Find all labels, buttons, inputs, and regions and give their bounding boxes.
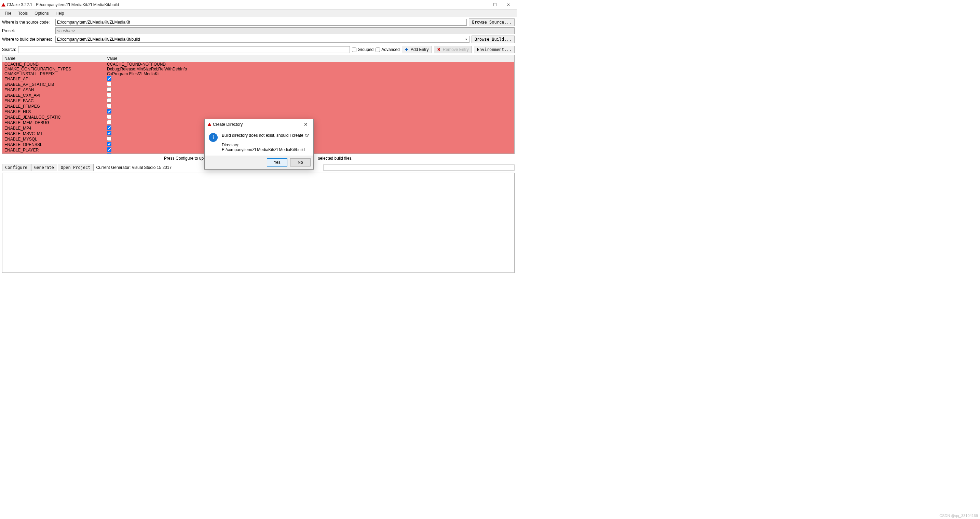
maximize-button[interactable]: ☐ [488, 1, 502, 9]
search-input[interactable] [18, 46, 350, 53]
table-row[interactable]: ENABLE_API_STATIC_LIB [2, 82, 514, 87]
configure-button[interactable]: Configure [2, 164, 30, 171]
build-combo-arrow[interactable]: ▾ [463, 36, 469, 43]
cache-var-name[interactable]: ENABLE_OPENSSL [2, 142, 105, 147]
minimize-button[interactable]: – [474, 1, 488, 9]
cache-var-name[interactable]: ENABLE_PLAYER [2, 147, 105, 153]
source-label: Where is the source code: [2, 20, 53, 25]
browse-build-button[interactable]: Browse Build... [471, 35, 515, 43]
grouped-checkbox[interactable]: Grouped [352, 47, 374, 52]
cache-var-name[interactable]: ENABLE_RTPPROXY [2, 153, 105, 154]
create-directory-dialog: Create Directory ✕ i Build directory doe… [204, 119, 314, 169]
preset-input[interactable] [56, 27, 515, 34]
dialog-no-button[interactable]: No [290, 158, 310, 166]
cache-var-name[interactable]: CCACHE_FOUND [2, 62, 105, 67]
cache-bool-checkbox[interactable] [107, 120, 111, 125]
cache-var-name[interactable]: ENABLE_FFMPEG [2, 104, 105, 109]
cache-var-name[interactable]: ENABLE_HLS [2, 109, 105, 115]
cache-var-value[interactable]: Debug;Release;MinSizeRel;RelWithDebInfo [105, 67, 514, 72]
add-entry-button[interactable]: ✚ Add Entry [402, 46, 432, 53]
cache-var-name[interactable]: ENABLE_MP4 [2, 126, 105, 131]
table-row[interactable]: ENABLE_ASAN [2, 87, 514, 93]
cache-var-value[interactable] [105, 76, 514, 82]
cache-var-name[interactable]: CMAKE_INSTALL_PREFIX [2, 72, 105, 76]
table-row[interactable]: CCACHE_FOUNDCCACHE_FOUND-NOTFOUND [2, 62, 514, 67]
menu-options[interactable]: Options [31, 10, 52, 16]
menu-tools[interactable]: Tools [15, 10, 31, 16]
cache-var-name[interactable]: ENABLE_MYSQL [2, 136, 105, 142]
dialog-icon [207, 123, 212, 126]
preset-label: Preset: [2, 29, 53, 33]
close-button[interactable]: ✕ [502, 1, 515, 9]
cache-var-value[interactable] [105, 98, 514, 104]
cache-bool-checkbox[interactable] [107, 153, 111, 154]
cache-bool-checkbox[interactable] [107, 126, 111, 130]
search-label: Search: [2, 47, 16, 52]
log-output[interactable] [2, 172, 515, 273]
table-row[interactable]: ENABLE_CXX_API [2, 93, 514, 98]
cache-bool-checkbox[interactable] [107, 87, 111, 92]
cache-var-value[interactable] [105, 87, 514, 93]
source-input[interactable] [56, 19, 467, 26]
table-row[interactable]: ENABLE_FFMPEG [2, 104, 514, 109]
info-icon: i [209, 133, 218, 142]
table-row[interactable]: ENABLE_API [2, 76, 514, 82]
cache-bool-checkbox[interactable] [107, 115, 111, 119]
cache-var-value[interactable] [105, 82, 514, 87]
menu-file[interactable]: File [2, 10, 15, 16]
generate-button[interactable]: Generate [31, 164, 57, 171]
cache-bool-checkbox[interactable] [107, 147, 111, 152]
cache-bool-checkbox[interactable] [107, 104, 111, 108]
cache-bool-checkbox[interactable] [107, 136, 111, 141]
cache-bool-checkbox[interactable] [107, 131, 111, 136]
cache-var-name[interactable]: ENABLE_MSVC_MT [2, 131, 105, 136]
menubar: File Tools Options Help [0, 10, 517, 17]
environment-button[interactable]: Environment... [474, 46, 515, 53]
dialog-message-2: Directory: E:/companyitem/ZLMediaKit/ZLM… [222, 142, 309, 152]
cache-var-value[interactable]: CCACHE_FOUND-NOTFOUND [105, 62, 514, 67]
dialog-close-button[interactable]: ✕ [301, 121, 310, 128]
cache-var-value[interactable] [105, 104, 514, 109]
remove-entry-button: ✖ Remove Entry [434, 46, 472, 53]
titlebar[interactable]: CMake 3.22.1 - E:/companyitem/ZLMediaKit… [0, 0, 517, 10]
menu-help[interactable]: Help [52, 10, 68, 16]
cache-var-name[interactable]: ENABLE_JEMALLOC_STATIC [2, 115, 105, 120]
dialog-message-1: Build directory does not exist, should I… [222, 133, 309, 138]
cache-bool-checkbox[interactable] [107, 93, 111, 97]
dialog-yes-button[interactable]: Yes [267, 158, 287, 166]
build-label: Where to build the binaries: [2, 37, 53, 42]
advanced-checkbox[interactable]: Advanced [375, 47, 399, 52]
cache-var-value[interactable]: C:/Program Files/ZLMediaKit [105, 72, 514, 76]
col-name-header[interactable]: Name [2, 55, 105, 62]
cache-var-name[interactable]: ENABLE_FAAC [2, 98, 105, 104]
cache-var-name[interactable]: ENABLE_API [2, 76, 105, 82]
open-project-button[interactable]: Open Project [58, 164, 94, 171]
cache-bool-checkbox[interactable] [107, 98, 111, 102]
cache-bool-checkbox[interactable] [107, 82, 111, 86]
col-value-header[interactable]: Value [105, 55, 514, 62]
cache-var-value[interactable] [105, 109, 514, 115]
cache-bool-checkbox[interactable] [107, 76, 111, 81]
table-row[interactable]: ENABLE_HLS [2, 109, 514, 115]
generator-label: Current Generator: Visual Studio 15 2017 [96, 165, 172, 170]
table-row[interactable]: ENABLE_FAAC [2, 98, 514, 104]
progress-bar [323, 164, 515, 171]
table-row[interactable]: CMAKE_CONFIGURATION_TYPESDebug;Release;M… [2, 67, 514, 72]
cache-var-value[interactable] [105, 93, 514, 98]
cache-var-name[interactable]: ENABLE_API_STATIC_LIB [2, 82, 105, 87]
cache-var-name[interactable]: ENABLE_CXX_API [2, 93, 105, 98]
browse-source-button[interactable]: Browse Source... [469, 18, 515, 26]
cache-var-name[interactable]: ENABLE_ASAN [2, 87, 105, 93]
window-title: CMake 3.22.1 - E:/companyitem/ZLMediaKit… [7, 2, 474, 7]
table-row[interactable]: CMAKE_INSTALL_PREFIXC:/Program Files/ZLM… [2, 72, 514, 76]
cache-var-name[interactable]: CMAKE_CONFIGURATION_TYPES [2, 67, 105, 72]
cache-var-name[interactable]: ENABLE_MEM_DEBUG [2, 120, 105, 126]
dialog-title-text: Create Directory [213, 122, 243, 127]
app-icon [2, 3, 5, 6]
build-input[interactable] [56, 36, 463, 43]
cache-bool-checkbox[interactable] [107, 142, 111, 146]
cache-bool-checkbox[interactable] [107, 109, 111, 113]
